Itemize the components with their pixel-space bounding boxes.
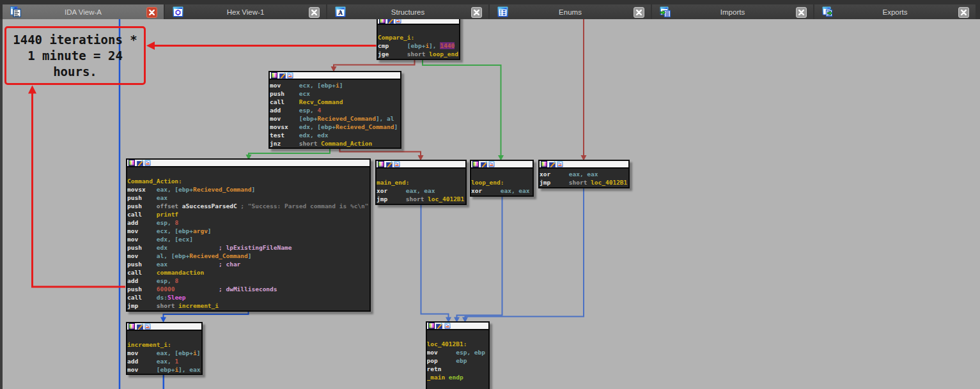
tab-close-button[interactable] — [634, 7, 644, 18]
imports-icon — [660, 6, 671, 20]
asm-token: mov — [270, 82, 299, 89]
palette-icon[interactable] — [428, 323, 435, 329]
node-header — [427, 323, 488, 330]
asm-line: push eax — [127, 194, 369, 202]
asm-token: 60000 — [157, 286, 175, 293]
graph-view[interactable]: Compare_i:cmp [ebp+i], 1440jge short loo… — [0, 0, 980, 389]
edge-recv-to-mainend — [340, 148, 421, 156]
asm-token: aSuccessParsedC — [182, 202, 237, 210]
tab-structures[interactable]: AStructures — [327, 4, 488, 19]
asm-token: [ebp+ — [299, 115, 318, 122]
edge-command-to-increment — [164, 311, 249, 318]
basic-block-compare_i[interactable]: Compare_i:cmp [ebp+i], 1440jge short loo… — [377, 16, 460, 60]
tab-hex-view-1[interactable]: Hex View-1 — [165, 4, 326, 19]
ida-view-icon — [10, 6, 21, 20]
asm-token: esp, ebp — [456, 349, 485, 356]
asm-token: 4 — [317, 107, 321, 114]
asm-token: call — [127, 211, 157, 218]
asm-line: add esp, 4 — [270, 106, 400, 114]
asm-token: ebp — [456, 357, 467, 364]
basic-block-command_action[interactable]: Command_Action:movsx eax, [ebp+Recieved_… — [126, 158, 371, 312]
asm-token: xor — [377, 187, 406, 194]
asm-token: mov — [270, 115, 299, 122]
node-header — [270, 72, 400, 80]
node-header — [377, 161, 465, 169]
asm-token: ], al — [376, 115, 394, 122]
asm-line: jmp short loc_4012B1 — [540, 178, 628, 187]
asm-token: 1 — [175, 358, 178, 365]
palette-icon[interactable] — [271, 72, 277, 79]
asm-token: endp — [449, 374, 463, 381]
asm-token: ds: — [157, 294, 167, 301]
asm-line — [127, 169, 369, 177]
tab-imports[interactable]: Imports — [652, 4, 813, 19]
exports-icon — [822, 6, 833, 20]
tab-enums[interactable]: Enums — [490, 4, 651, 19]
tab-label: Enums — [490, 8, 651, 16]
node-code: Compare_i:cmp [ebp+i], 1440jge short loo… — [378, 25, 459, 59]
asm-token: push — [270, 90, 299, 97]
tab-close-button[interactable] — [471, 7, 482, 18]
node-code: mov ecx, [ebp+i]push ecxcall Recv_Comman… — [270, 80, 400, 148]
basic-block-loop_end[interactable]: loop_end:xor eax, eax — [470, 160, 534, 197]
pencil-icon[interactable] — [481, 161, 487, 167]
palette-icon[interactable] — [128, 323, 135, 330]
textwin-icon[interactable] — [287, 72, 293, 79]
pencil-icon[interactable] — [549, 161, 556, 167]
asm-token: ; char — [167, 261, 240, 268]
palette-icon[interactable] — [378, 161, 384, 167]
pencil-icon[interactable] — [386, 161, 393, 167]
basic-block-main_end[interactable]: main_end:xor eax, eaxjmp short loc_4012B… — [375, 160, 467, 205]
asm-token: mov — [127, 252, 157, 259]
pencil-icon[interactable] — [279, 72, 286, 79]
asm-token: [ebp+ — [407, 42, 426, 49]
asm-line: jmp short loc_4012B1 — [377, 195, 465, 203]
edge-recv-to-command — [249, 148, 330, 156]
tab-ida-view-a[interactable]: IDA View-A — [3, 4, 164, 19]
edge-xorjmp-to-loc — [465, 187, 584, 318]
asm-token: call — [127, 269, 157, 276]
tab-close-button[interactable] — [796, 7, 807, 18]
tab-exports[interactable]: Exports — [814, 4, 976, 19]
textwin-icon[interactable] — [444, 323, 451, 329]
tab-close-button[interactable] — [958, 7, 969, 18]
palette-icon[interactable] — [472, 161, 479, 167]
asm-token: ] — [394, 123, 398, 130]
textwin-icon[interactable] — [488, 161, 495, 167]
asm-line: call printf — [127, 210, 369, 218]
tab-close-button[interactable] — [309, 7, 320, 18]
asm-token: pop — [427, 357, 456, 364]
asm-token: xor — [540, 171, 569, 178]
palette-icon[interactable] — [541, 161, 547, 167]
asm-token: ] — [251, 186, 255, 193]
node-code: loc_4012B1:mov esp, ebppop ebpretn_main … — [427, 330, 488, 389]
pencil-icon[interactable] — [137, 160, 143, 166]
asm-token: short — [157, 302, 178, 309]
asm-token: push — [127, 202, 157, 210]
basic-block-recv_command_block[interactable]: mov ecx, [ebp+i]push ecxcall Recv_Comman… — [268, 71, 401, 149]
basic-block-xor_jmp_block[interactable]: xor eax, eaxjmp short loc_4012B1 — [538, 160, 630, 188]
asm-line: jmp short increment_i — [127, 301, 369, 310]
asm-line: mov [ebp+i], eax — [127, 365, 201, 374]
asm-token: add — [127, 219, 157, 226]
pencil-icon[interactable] — [137, 323, 143, 330]
asm-line: add esp, 8 — [127, 218, 369, 227]
node-code: xor eax, eaxjmp short loc_4012B1 — [540, 169, 628, 187]
asm-token: loc_4012B1 — [591, 179, 627, 186]
textwin-icon[interactable] — [144, 160, 151, 166]
textwin-icon[interactable] — [144, 323, 151, 330]
asm-token: push — [127, 261, 157, 268]
textwin-icon[interactable] — [557, 161, 563, 167]
textwin-icon[interactable] — [394, 161, 400, 167]
asm-token: increment_i — [178, 302, 219, 309]
tab-close-button[interactable] — [146, 7, 157, 18]
asm-token: eax, [ebp+ — [157, 349, 193, 356]
asm-token: 8 — [175, 219, 178, 226]
basic-block-increment_i[interactable]: increment_i:mov eax, [ebp+i]add eax, 1mo… — [126, 322, 203, 376]
pencil-icon[interactable] — [436, 323, 442, 329]
basic-block-loc_4012b1[interactable]: loc_4012B1:mov esp, ebppop ebpretn_main … — [426, 321, 490, 389]
asm-token: mov — [127, 349, 157, 356]
asm-token: _main — [427, 374, 449, 381]
palette-icon[interactable] — [128, 160, 135, 166]
node-header — [127, 323, 201, 331]
